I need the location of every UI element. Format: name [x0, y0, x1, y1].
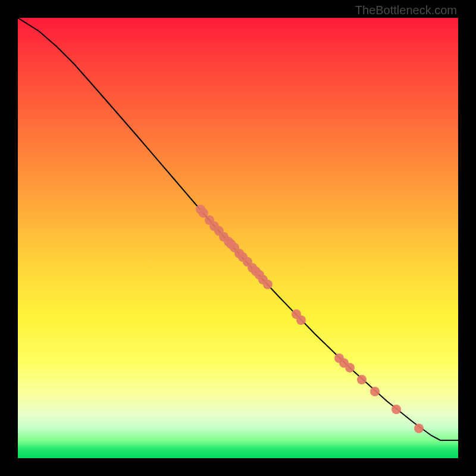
curve-markers: [196, 205, 424, 433]
data-point: [414, 424, 424, 433]
data-point: [357, 375, 367, 384]
gradient-plot-area: [18, 18, 458, 458]
bottleneck-curve: [18, 18, 458, 440]
data-point: [345, 363, 355, 372]
chart-frame: TheBottleneck.com: [0, 0, 476, 476]
data-point: [370, 387, 380, 396]
data-point: [296, 315, 306, 325]
curve-line: [18, 18, 458, 440]
data-point: [392, 405, 401, 414]
curve-svg: [18, 18, 458, 458]
watermark-text: TheBottleneck.com: [355, 4, 457, 17]
data-point: [263, 280, 273, 289]
